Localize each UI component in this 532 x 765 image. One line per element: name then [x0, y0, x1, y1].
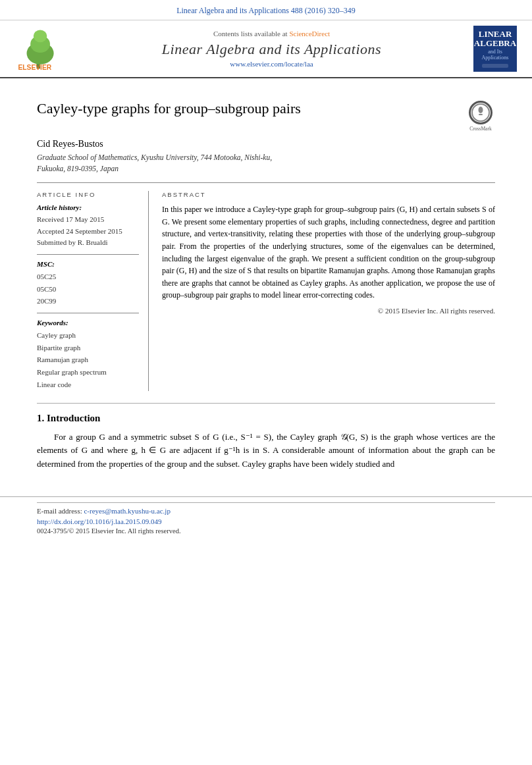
journal-reference-link[interactable]: Linear Algebra and its Applications 488 …: [176, 6, 356, 15]
intro-section-title: 1. Introduction: [37, 413, 495, 424]
keyword-2: Bipartite graph: [37, 342, 139, 354]
affiliation-line2: Fukuoka, 819-0395, Japan: [37, 165, 119, 172]
svg-text:ELSEVIER: ELSEVIER: [18, 64, 51, 71]
msc-label: MSC:: [37, 260, 139, 268]
laa-box: LINEARALGEBRA and ItsApplications: [473, 26, 517, 72]
email-label: E-mail address:: [37, 507, 82, 515]
journal-title: Linear Algebra and its Applications: [162, 41, 381, 58]
msc-3: 20C99: [37, 295, 139, 307]
doi-link[interactable]: http://dx.doi.org/10.1016/j.laa.2015.09.…: [37, 517, 495, 525]
keyword-4: Regular graph spectrum: [37, 366, 139, 379]
email-line: E-mail address: c-reyes@math.kyushu-u.ac…: [37, 507, 495, 515]
elsevier-logo-container: ELSEVIER: [9, 26, 72, 72]
abstract-text: In this paper we introduce a Cayley-type…: [162, 203, 495, 317]
accepted-date: Accepted 24 September 2015: [37, 226, 139, 238]
affiliation-line1: Graduate School of Mathematics, Kyushu U…: [37, 153, 272, 161]
msc-codes: 05C25 05C50 20C99: [37, 271, 139, 307]
intro-para-1: For a group G and a symmetric subset S o…: [37, 431, 495, 471]
top-journal-bar: Linear Algebra and its Applications 488 …: [0, 0, 532, 20]
info-divider-2: [37, 313, 139, 313]
laa-logo-container: LINEARALGEBRA and ItsApplications: [471, 26, 519, 72]
author-name: Cid Reyes-Bustos: [37, 139, 495, 149]
crossmark-label: CrossMark: [469, 126, 491, 132]
sciencedirect-link[interactable]: ScienceDirect: [289, 30, 330, 38]
info-divider-1: [37, 254, 139, 255]
msc-2: 05C50: [37, 283, 139, 296]
copyright-line: © 2015 Elsevier Inc. All rights reserved…: [162, 305, 495, 317]
abstract-column: ABSTRACT In this paper we introduce a Ca…: [162, 191, 495, 390]
crossmark-container: CrossMark: [466, 101, 495, 132]
keyword-3: Ramanujan graph: [37, 354, 139, 366]
keyword-1: Cayley graph: [37, 329, 139, 342]
laa-title: LINEARALGEBRA: [474, 30, 516, 49]
abstract-paragraph: In this paper we introduce a Cayley-type…: [162, 203, 495, 302]
elsevier-tree-icon: ELSEVIER: [11, 26, 70, 72]
keywords-list: Cayley graph Bipartite graph Ramanujan g…: [37, 329, 139, 390]
section-number: 1.: [37, 413, 44, 423]
article-info-header: ARTICLE INFO: [37, 191, 139, 198]
two-column-section: ARTICLE INFO Article history: Received 1…: [37, 182, 495, 390]
email-address-link[interactable]: c-reyes@math.kyushu-u.ac.jp: [84, 507, 170, 515]
submitted-by: Submitted by R. Brualdi: [37, 237, 139, 249]
svg-rect-7: [479, 114, 483, 115]
journal-url-link[interactable]: www.elsevier.com/locate/laa: [230, 60, 313, 68]
paper-title-row: Cayley-type graphs for group–subgroup pa…: [37, 99, 495, 132]
contents-text: Contents lists available at: [213, 30, 288, 38]
section-title-text: Introduction: [47, 413, 100, 423]
abstract-header: ABSTRACT: [162, 191, 495, 198]
journal-header: ELSEVIER Contents lists available at Sci…: [0, 20, 532, 78]
laa-subtitle: and ItsApplications: [482, 49, 509, 61]
paper-title-text: Cayley-type graphs for group–subgroup pa…: [37, 99, 466, 119]
keywords-label: Keywords:: [37, 319, 139, 327]
footer-divider: [37, 502, 495, 503]
crossmark-icon: [469, 101, 492, 124]
history-label: Article history:: [37, 203, 139, 211]
journal-center-info: Contents lists available at ScienceDirec…: [78, 26, 465, 72]
intro-body: For a group G and a symmetric subset S o…: [37, 431, 495, 471]
main-content: Cayley-type graphs for group–subgroup pa…: [0, 78, 532, 488]
received-date: Received 17 May 2015: [37, 214, 139, 226]
keyword-5: Linear code: [37, 379, 139, 391]
msc-1: 05C25: [37, 271, 139, 283]
intro-divider: [37, 403, 495, 404]
article-info-column: ARTICLE INFO Article history: Received 1…: [37, 191, 149, 390]
svg-point-3: [33, 30, 47, 43]
svg-point-6: [479, 107, 483, 113]
footer: E-mail address: c-reyes@math.kyushu-u.ac…: [0, 496, 532, 541]
affiliation: Graduate School of Mathematics, Kyushu U…: [37, 152, 495, 175]
issn-line: 0024-3795/© 2015 Elsevier Inc. All right…: [37, 527, 495, 535]
sciencedirect-line: Contents lists available at ScienceDirec…: [213, 30, 330, 38]
page: Linear Algebra and its Applications 488 …: [0, 0, 532, 765]
